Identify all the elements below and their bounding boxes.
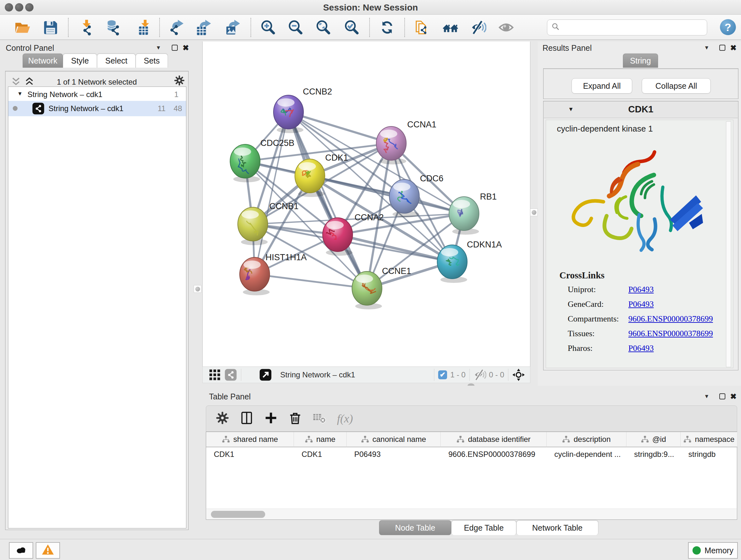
zoom-in-icon[interactable] [259, 18, 277, 37]
gene-section-header[interactable]: ▼ CDK1 [544, 102, 738, 118]
network-edge[interactable] [288, 112, 391, 143]
add-column-icon[interactable] [264, 411, 278, 426]
network-edge[interactable] [255, 274, 367, 288]
tab-network-table[interactable]: Network Table [516, 520, 598, 535]
crosslink-value-link[interactable]: P06493 [628, 285, 654, 294]
column-header-namespace[interactable]: namespace [681, 432, 738, 447]
open-file-icon[interactable] [13, 18, 31, 37]
results-scrollbar[interactable] [726, 121, 731, 367]
refresh-icon[interactable] [378, 18, 396, 37]
crosslink-label: GeneCard: [568, 300, 628, 309]
import-network-file-icon[interactable] [77, 18, 95, 37]
selected-count-checkbox-icon[interactable]: ✔ [438, 370, 447, 379]
table-cell[interactable]: CDK1 [294, 447, 347, 462]
detach-view-icon[interactable] [259, 368, 272, 381]
collection-expand-caret-icon[interactable]: ▼ [17, 91, 23, 97]
help-icon[interactable]: ? [720, 19, 736, 35]
delete-column-icon[interactable] [288, 411, 302, 426]
tab-sets[interactable]: Sets [136, 54, 168, 68]
table-cell[interactable]: CDK1 [206, 447, 294, 462]
zoom-out-icon[interactable] [286, 18, 305, 37]
save-session-icon[interactable] [41, 18, 60, 37]
show-graphics-details-icon[interactable] [497, 18, 515, 37]
crosslink-value-link[interactable]: P06493 [628, 344, 654, 353]
right-splitter-handle[interactable] [530, 208, 538, 216]
table-row[interactable]: CDK1CDK1P064939606.ENSP00000378699cyclin… [206, 447, 737, 462]
control-panel-float-icon[interactable] [172, 45, 178, 51]
current-network-dot-icon [13, 106, 17, 111]
collapse-all-button[interactable]: Collapse All [642, 78, 711, 94]
table-cell[interactable]: stringdb:9... [626, 447, 681, 462]
home-icon[interactable] [441, 18, 460, 37]
export-image-icon[interactable] [222, 18, 241, 37]
column-header-canonical-name[interactable]: canonical name [347, 432, 441, 447]
network-node-CCNB2[interactable]: CCNB2 [273, 87, 332, 133]
table-panel-menu-icon[interactable]: ▼ [704, 393, 710, 400]
network-from-clipboard-icon[interactable] [413, 18, 431, 37]
gene-description: cyclin-dependent kinase 1 [557, 124, 653, 134]
function-builder-icon[interactable]: f(x) [337, 412, 353, 425]
zoom-selected-icon[interactable] [342, 18, 361, 37]
results-panel-close-icon[interactable]: ✖ [730, 44, 737, 52]
column-header-database-identifier[interactable]: database identifier [441, 432, 547, 447]
table-settings-gear-icon[interactable] [216, 411, 229, 426]
column-header-description[interactable]: description [547, 432, 626, 447]
network-node-HIST1H1A[interactable]: HIST1H1A [240, 253, 307, 295]
selected-count: 1 - 0 [450, 370, 466, 379]
tab-node-table[interactable]: Node Table [379, 520, 451, 535]
toolbar-search-input[interactable] [560, 21, 703, 34]
tab-network[interactable]: Network [23, 54, 63, 68]
network-view-canvas[interactable]: CCNB2CCNA1CDC25BCDK1CDC6RB1CCNB1CCNA2CDK… [202, 42, 530, 367]
import-network-database-icon[interactable] [104, 18, 123, 37]
string-network-graph[interactable]: CCNB2CCNA1CDC25BCDK1CDC6RB1CCNB1CCNA2CDK… [203, 42, 531, 367]
hidden-count-eye-icon[interactable] [474, 368, 486, 381]
results-panel-menu-icon[interactable]: ▼ [704, 45, 710, 51]
network-overview-icon[interactable] [224, 368, 237, 381]
table-hscrollbar-thumb[interactable] [211, 511, 265, 518]
network-options-gear-icon[interactable] [174, 75, 185, 87]
column-header-name[interactable]: name [294, 432, 347, 447]
memory-button[interactable]: Memory [688, 542, 738, 559]
table-hscrollbar[interactable] [206, 509, 737, 519]
network-node-CCNE1[interactable]: CCNE1 [352, 266, 411, 309]
results-panel-float-icon[interactable] [719, 45, 725, 51]
network-row-selected[interactable]: String Network – cdk1 11 48 [8, 101, 186, 116]
hide-graphics-details-icon[interactable] [469, 18, 488, 37]
import-table-icon[interactable] [133, 18, 152, 37]
delete-table-icon[interactable] [313, 411, 326, 426]
table-cell[interactable]: cyclin-dependent ... [547, 447, 626, 462]
crosslink-value-link[interactable]: 9606.ENSP00000378699 [628, 329, 713, 338]
network-node-CDC6[interactable]: CDC6 [389, 174, 444, 217]
tab-string[interactable]: String [623, 54, 658, 68]
network-node-RB1[interactable]: RB1 [449, 192, 497, 235]
tab-select[interactable]: Select [97, 54, 136, 68]
zoom-fit-icon[interactable] [314, 18, 333, 37]
cloud-status-button[interactable] [9, 542, 33, 559]
tab-style[interactable]: Style [63, 54, 97, 68]
export-network-icon[interactable] [166, 18, 185, 37]
tab-edge-table[interactable]: Edge Table [451, 520, 516, 535]
crosslink-value-link[interactable]: 9606.ENSP00000378699 [628, 314, 713, 324]
table-panel-float-icon[interactable] [719, 393, 725, 399]
export-table-icon[interactable] [194, 18, 212, 37]
toolbar-group-divider [404, 18, 405, 37]
expand-all-button[interactable]: Expand All [571, 78, 632, 94]
table-cell[interactable]: P06493 [347, 447, 441, 462]
left-splitter-handle[interactable] [194, 285, 201, 293]
column-header--id[interactable]: @id [626, 432, 681, 447]
column-header-shared-name[interactable]: shared name [206, 432, 294, 447]
crosslink-value-link[interactable]: P06493 [628, 300, 654, 309]
network-edge[interactable] [255, 112, 288, 274]
warnings-button[interactable] [36, 542, 60, 559]
birds-eye-view-icon[interactable] [512, 368, 525, 381]
control-panel-close-icon[interactable]: ✖ [183, 44, 189, 52]
table-cell[interactable]: stringdb [681, 447, 738, 462]
network-collection-row[interactable]: ▼ String Network – cdk1 1 [8, 88, 186, 101]
network-node-CDKN1A[interactable]: CDKN1A [437, 240, 502, 283]
crosslink-label: Compartments: [568, 314, 628, 324]
control-panel-menu-icon[interactable]: ▼ [156, 45, 161, 51]
table-panel-close-icon[interactable]: ✖ [730, 392, 737, 401]
table-cell[interactable]: 9606.ENSP00000378699 [441, 447, 547, 462]
grid-view-icon[interactable] [208, 368, 221, 381]
show-columns-icon[interactable] [240, 411, 253, 426]
